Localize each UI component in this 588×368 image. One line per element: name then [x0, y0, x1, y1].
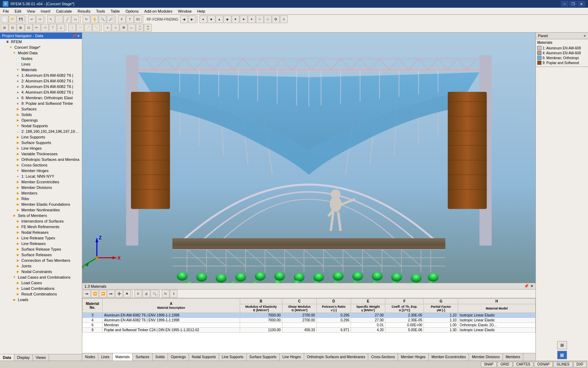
nav-item-0[interactable]: 🖥RFEM [0, 39, 82, 45]
nav-item-2[interactable]: ▼Model Data [0, 50, 82, 56]
nav-pin-btn[interactable]: 📌 [72, 34, 76, 38]
cell-0-5[interactable]: 27.00 [351, 313, 385, 318]
nav-item-43[interactable]: ▶Load Cases [0, 280, 82, 286]
btab-line-hinges[interactable]: Line Hinges [280, 353, 304, 361]
tb-node[interactable]: · [55, 15, 63, 23]
dt-next[interactable]: ⏩ [99, 290, 107, 298]
nav-item-17[interactable]: ▶Line Supports [0, 134, 82, 140]
tb-r11[interactable]: ✫ [280, 15, 288, 23]
menu-edit[interactable]: Edit [12, 8, 24, 14]
cell-1-7[interactable]: 1.10 [424, 318, 458, 323]
dt-print[interactable]: 🖨 [142, 290, 150, 298]
cell-0-0[interactable]: 3 [83, 313, 103, 318]
table-row-2[interactable]: 6Membran0.010.00E+001.00Orthotropic Elas… [83, 323, 536, 328]
nav-item-38[interactable]: ▶Surface Releases [0, 252, 82, 258]
tb2-18[interactable]: ⌛ [144, 24, 152, 32]
menu-file[interactable]: File [0, 8, 12, 14]
menu-calculate[interactable]: Calculate [53, 8, 75, 14]
tb-zoom-out[interactable]: 🔎 [107, 15, 114, 23]
menu-view[interactable]: View [24, 8, 38, 14]
panel-item-3[interactable]: 9: Poplar and Softwood [537, 60, 587, 65]
nav-item-7[interactable]: ■2: Aluminum EN AW-6082 T6 | [0, 78, 82, 84]
viewport-3d[interactable]: Z X Y [82, 33, 536, 283]
panel-icon-btn-1[interactable]: ⊞ [557, 341, 567, 349]
nav-item-1[interactable]: ▼Concert Stage* [0, 45, 82, 50]
tb2-3[interactable]: ⊠ [17, 24, 24, 32]
cell-3-1[interactable]: Poplar and Softwood Timber C24 | DIN EN … [103, 328, 240, 333]
cell-1-4[interactable]: 0.296 [316, 318, 351, 323]
nav-item-26[interactable]: ▶Member Divisions [0, 185, 82, 190]
cell-3-3[interactable]: 458.33 [282, 328, 316, 333]
tb-new[interactable]: 📄 [1, 15, 8, 23]
nav-item-6[interactable]: ■1: Aluminum EN AW-6082 T6 | [0, 73, 82, 78]
tb-redo[interactable]: ↪ [36, 15, 44, 23]
tb-undo[interactable]: ↩ [28, 15, 36, 23]
tb-open[interactable]: 📂 [9, 15, 16, 23]
btab-lines[interactable]: Lines [98, 353, 113, 361]
tb-pan[interactable]: ✋ [91, 15, 98, 23]
tb-r10[interactable]: ✪ [272, 15, 280, 23]
tb-rotate[interactable]: ↻ [83, 15, 90, 23]
cell-2-1[interactable]: Membran [103, 323, 240, 328]
nav-item-3[interactable]: 📄Nodes [0, 56, 82, 61]
data-area-close[interactable]: ✕ [530, 284, 533, 288]
dt-delete[interactable]: ✖ [123, 290, 131, 298]
cell-0-8[interactable]: Isotropic Linear Elastic [458, 313, 536, 318]
status-btn-dxf[interactable]: DXF [573, 362, 587, 367]
status-btn-grid[interactable]: GRID [497, 362, 512, 367]
btab-openings[interactable]: Openings [168, 353, 189, 361]
btab-materials[interactable]: Materials [113, 353, 133, 361]
nav-item-40[interactable]: ▶Joints [0, 263, 82, 269]
status-btn-osnap[interactable]: OSNAP [534, 362, 553, 367]
table-row-0[interactable]: 3Aluminum EN AW-6082 T6 | ENV 1999-1-1:1… [83, 313, 536, 318]
tb-r6[interactable]: ★ [240, 15, 247, 23]
cell-3-2[interactable]: 1100.00 [240, 328, 282, 333]
tb2-8[interactable]: ⊥ [57, 24, 65, 32]
btab-orthotropic-surfaces-and-membranes[interactable]: Orthotropic Surfaces and Membranes [304, 353, 369, 361]
btab-member-divisions[interactable]: Member Divisions [469, 353, 503, 361]
btab-surface-supports[interactable]: Surface Supports [247, 353, 280, 361]
cell-0-1[interactable]: Aluminum EN AW-6082 T6 | ENV 1999-1-1:19… [103, 313, 240, 318]
tb2-14[interactable]: ⌗ [112, 24, 119, 32]
tb2-11[interactable]: ⋰ [84, 24, 92, 32]
tb-line[interactable]: ╱ [63, 15, 71, 23]
nav-item-34[interactable]: ▶Nodal Releases [0, 230, 82, 235]
cell-2-7[interactable]: 1.00 [424, 323, 458, 328]
btab-nodal-supports[interactable]: Nodal Supports [189, 353, 219, 361]
btab-members[interactable]: Members [503, 353, 524, 361]
dt-first[interactable]: ⏮ [83, 290, 91, 298]
tb-r8[interactable]: ✧ [256, 15, 264, 23]
tb-zoom-in[interactable]: 🔍 [99, 15, 106, 23]
nav-item-29[interactable]: ▶Member Elastic Foundations [0, 202, 82, 207]
cell-1-3[interactable]: 2700.00 [282, 318, 316, 323]
nav-item-24[interactable]: ●1: Local; NNN NYY [0, 173, 82, 179]
tb-front[interactable]: F [118, 15, 126, 23]
dt-add[interactable]: ➕ [115, 290, 123, 298]
nav-item-32[interactable]: ▶Intersections of Surfaces [0, 218, 82, 224]
cell-3-8[interactable]: Isotropic Linear Elastic [458, 328, 536, 333]
nav-item-37[interactable]: ▶Surface Release Types [0, 246, 82, 252]
status-btn-snap[interactable]: SNAP [481, 362, 497, 367]
dt-filter[interactable]: 🔍 [150, 290, 158, 298]
dt-prev[interactable]: ⏪ [91, 290, 99, 298]
cell-0-3[interactable]: 2700.00 [282, 313, 316, 318]
tb-r7[interactable]: ✦ [248, 15, 255, 23]
cell-2-5[interactable]: 0.01 [351, 323, 385, 328]
tb2-9[interactable]: ⋮ [68, 24, 76, 32]
nav-tab-views[interactable]: Views [33, 354, 49, 361]
nav-item-25[interactable]: ▶Member Eccentricities [0, 179, 82, 185]
nav-tab-display[interactable]: Display [14, 354, 33, 361]
tb-r1[interactable]: ● [200, 15, 207, 23]
tb-select[interactable]: ↖ [47, 15, 55, 23]
btab-line-supports[interactable]: Line Supports [219, 353, 247, 361]
tb2-5[interactable]: ⊢ [33, 24, 41, 32]
btab-nodes[interactable]: Nodes [82, 353, 98, 361]
nav-tab-data[interactable]: Data [0, 354, 14, 361]
dt-formula[interactable]: fx [162, 290, 169, 298]
dt-info[interactable]: ℹ [170, 290, 177, 298]
nav-item-41[interactable]: ▶Nodal Constraints [0, 269, 82, 274]
nav-item-11[interactable]: ■9: Poplar and Softwood Timbe [0, 101, 82, 106]
nav-close-btn[interactable]: ✕ [77, 34, 80, 38]
cell-0-7[interactable]: 1.10 [424, 313, 458, 318]
cell-0-2[interactable]: 7000.00 [240, 313, 282, 318]
